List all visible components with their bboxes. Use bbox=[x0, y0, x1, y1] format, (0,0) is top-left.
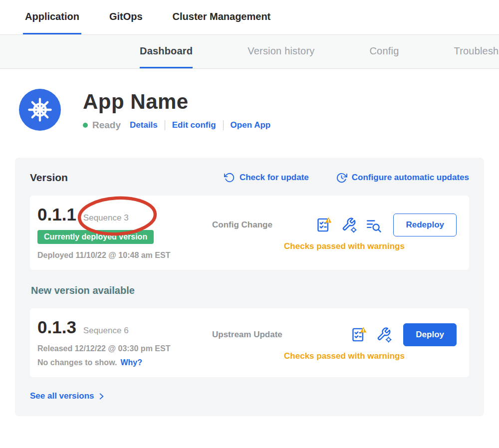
config-wrench-gear-icon[interactable] bbox=[375, 326, 392, 343]
configure-automatic-updates-label: Configure automatic updates bbox=[352, 173, 469, 183]
preflight-checks-warning-icon[interactable] bbox=[350, 326, 367, 343]
app-header: App Name Ready Details Edit config Open … bbox=[19, 89, 499, 131]
current-checks-status: Checks passed with warnings bbox=[212, 241, 457, 251]
check-for-update-link[interactable]: Check for update bbox=[224, 172, 309, 184]
details-link[interactable]: Details bbox=[130, 120, 158, 130]
tab-dashboard[interactable]: Dashboard bbox=[140, 35, 193, 68]
kubernetes-logo-icon bbox=[19, 89, 61, 131]
see-all-versions-link[interactable]: See all versions bbox=[30, 391, 105, 401]
tab-troubleshoot[interactable]: Troubleshoot bbox=[454, 35, 499, 68]
app-title: App Name bbox=[83, 90, 270, 114]
check-for-update-label: Check for update bbox=[240, 173, 309, 183]
tab-application[interactable]: Application bbox=[23, 0, 81, 34]
current-version-card: 0.1.1 Sequence 3 Currently deployed vers… bbox=[30, 196, 469, 270]
config-wrench-gear-icon[interactable] bbox=[340, 217, 357, 233]
edit-config-link[interactable]: Edit config bbox=[172, 120, 216, 130]
new-version-heading: New version available bbox=[31, 285, 469, 296]
clock-refresh-icon bbox=[336, 172, 347, 184]
new-checks-status: Checks passed with warnings bbox=[212, 351, 457, 361]
link-divider bbox=[165, 120, 165, 130]
preflight-checks-warning-icon[interactable] bbox=[315, 217, 332, 233]
chevron-right-icon bbox=[98, 393, 105, 400]
link-divider bbox=[223, 120, 224, 130]
currently-deployed-badge: Currently deployed version bbox=[37, 230, 154, 244]
see-all-versions-label: See all versions bbox=[30, 391, 94, 401]
status-text: Ready bbox=[92, 120, 121, 131]
top-navigation: Application GitOps Cluster Management bbox=[0, 0, 499, 35]
current-change-type: Config Change bbox=[212, 220, 272, 230]
tab-cluster-management[interactable]: Cluster Management bbox=[171, 0, 273, 34]
version-panel-title: Version bbox=[30, 172, 68, 184]
deploy-button[interactable]: Deploy bbox=[403, 323, 457, 346]
status-ready-dot-icon bbox=[83, 123, 88, 128]
new-change-type: Upstream Update bbox=[212, 330, 282, 340]
new-version-number: 0.1.3 bbox=[37, 317, 76, 337]
diff-review-search-icon[interactable] bbox=[365, 217, 382, 233]
app-sub-navigation: Dashboard Version history Config Trouble… bbox=[0, 35, 499, 69]
new-version-card: 0.1.3 Sequence 6 Released 12/12/22 @ 03:… bbox=[30, 308, 469, 377]
released-timestamp: Released 12/12/22 @ 03:30 pm EST bbox=[37, 344, 212, 353]
current-version-number: 0.1.1 bbox=[37, 205, 76, 224]
current-version-sequence: Sequence 3 bbox=[83, 213, 129, 223]
version-panel: Version Check for update Configure autom… bbox=[15, 158, 484, 416]
tab-version-history[interactable]: Version history bbox=[248, 35, 314, 68]
open-app-link[interactable]: Open App bbox=[231, 120, 271, 130]
refresh-icon bbox=[224, 172, 235, 183]
new-version-sequence: Sequence 6 bbox=[83, 326, 129, 336]
tab-gitops[interactable]: GitOps bbox=[107, 0, 145, 34]
no-changes-text: No changes to show. bbox=[37, 358, 117, 367]
deployed-timestamp: Deployed 11/10/22 @ 10:48 am EST bbox=[37, 251, 212, 260]
tab-config[interactable]: Config bbox=[369, 35, 399, 68]
why-link[interactable]: Why? bbox=[120, 358, 142, 367]
redeploy-button[interactable]: Redeploy bbox=[393, 214, 457, 236]
configure-automatic-updates-link[interactable]: Configure automatic updates bbox=[336, 172, 469, 184]
